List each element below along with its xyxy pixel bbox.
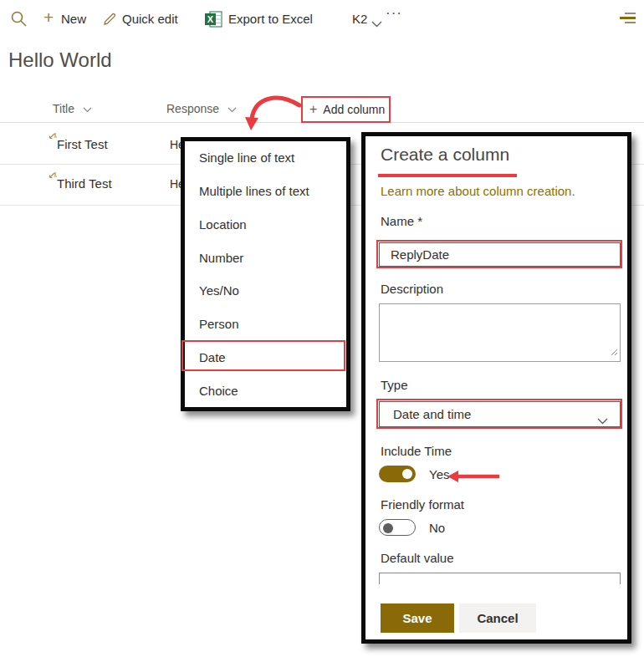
- description-label: Description: [381, 282, 443, 296]
- type-label: Type: [381, 378, 408, 392]
- annotation-box-date: [181, 340, 345, 371]
- chevron-down-icon: [227, 107, 237, 113]
- description-textarea[interactable]: [379, 303, 621, 362]
- annotation-box-type-dropdown: [376, 399, 622, 429]
- friendly-format-toggle[interactable]: [379, 519, 416, 536]
- menu-item-choice[interactable]: Choice: [185, 374, 346, 407]
- pencil-icon: [102, 12, 117, 30]
- quick-edit-button[interactable]: Quick edit: [122, 12, 178, 26]
- friendly-format-value: No: [429, 521, 445, 535]
- column-header-response-label: Response: [166, 102, 219, 115]
- arrow-head: [245, 117, 258, 130]
- include-time-value: Yes: [429, 467, 449, 481]
- toggle-knob: [402, 469, 412, 479]
- annotation-box-add-column: [301, 96, 391, 123]
- save-button[interactable]: Save: [381, 603, 454, 633]
- include-time-label: Include Time: [381, 444, 452, 458]
- curved-arrow: [252, 98, 299, 119]
- annotation-box-name-input: [376, 240, 622, 268]
- chevron-down-icon: [83, 107, 92, 113]
- page-title: Hello World: [8, 48, 112, 72]
- friendly-format-label: Friendly format: [381, 497, 464, 512]
- toggle-knob: [383, 523, 393, 533]
- name-label: Name *: [381, 214, 422, 228]
- cancel-button[interactable]: Cancel: [459, 603, 536, 633]
- default-value-label: Default value: [381, 551, 454, 565]
- create-column-panel: Create a column Learn more about column …: [361, 132, 631, 644]
- include-time-toggle[interactable]: [379, 466, 416, 482]
- list-row-title[interactable]: First Test: [57, 137, 108, 151]
- chevron-down-icon: [371, 16, 382, 31]
- export-to-excel-button[interactable]: Export to Excel: [228, 12, 313, 26]
- new-button[interactable]: New: [61, 12, 86, 26]
- menu-item-multiple-lines[interactable]: Multiple lines of text: [185, 175, 346, 208]
- annotation-underline: [378, 174, 517, 177]
- plus-icon: +: [43, 8, 54, 28]
- excel-icon: X: [205, 11, 222, 31]
- menu-item-single-line[interactable]: Single line of text: [185, 141, 346, 175]
- default-value-input[interactable]: [379, 573, 621, 584]
- menu-item-yes-no[interactable]: Yes/No: [185, 274, 346, 308]
- list-row-title[interactable]: Third Test: [57, 176, 112, 191]
- column-header-title-label: Title: [53, 102, 74, 115]
- learn-more-link[interactable]: Learn more about column creation.: [381, 184, 575, 198]
- view-options-icon[interactable]: [619, 13, 636, 26]
- menu-item-location[interactable]: Location: [185, 208, 346, 242]
- panel-title: Create a column: [381, 145, 509, 165]
- menu-item-person[interactable]: Person: [185, 308, 346, 341]
- k2-menu-button[interactable]: K2: [352, 12, 367, 26]
- column-header-title[interactable]: Title: [53, 102, 92, 115]
- svg-text:X: X: [207, 14, 214, 24]
- search-icon[interactable]: [10, 10, 28, 31]
- menu-item-number[interactable]: Number: [185, 241, 346, 274]
- more-commands-button[interactable]: ···: [386, 5, 402, 22]
- resize-grip-icon[interactable]: [611, 344, 618, 359]
- column-header-response[interactable]: Response: [166, 102, 237, 115]
- command-bar: + New Quick edit X Export to Excel K2 ··…: [0, 0, 644, 38]
